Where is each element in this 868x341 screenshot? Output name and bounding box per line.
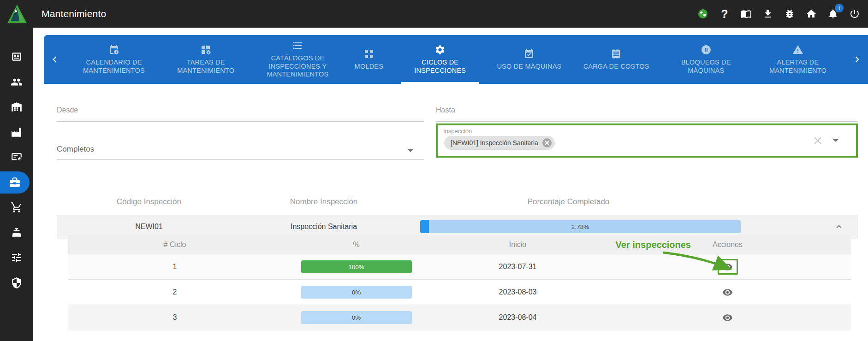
hasta-input[interactable]: Hasta: [436, 102, 858, 122]
sidebar-item-purchases[interactable]: [0, 195, 33, 220]
tab-catalogos[interactable]: CATÁLOGOS DE INSPECCIÓNES Y MANTENIMIENT…: [258, 35, 337, 84]
progress-bar-label: 2.78%: [420, 220, 741, 233]
grid-gear-icon: [200, 44, 211, 55]
chevron-left-icon: [50, 55, 59, 64]
tab-label: CATÁLOGOS DE INSPECCIÓNES Y MANTENIMIENT…: [262, 54, 333, 79]
main-content: CALENDARIO DE MANTENIMIENTOS TAREAS DE M…: [33, 28, 868, 341]
desde-placeholder: Desde: [57, 102, 424, 114]
eye-icon: [722, 287, 733, 298]
hasta-placeholder: Hasta: [436, 102, 858, 114]
completos-select[interactable]: Completos: [57, 141, 424, 160]
power-icon[interactable]: [849, 8, 861, 20]
certificate-icon: [11, 151, 23, 163]
column-header-codigo: Código Inspección: [84, 197, 214, 206]
warehouse-icon: [11, 101, 23, 113]
tab-label: MOLDES: [355, 63, 383, 71]
close-icon: [813, 135, 823, 146]
top-header: Mantenimiento ? 1: [0, 0, 868, 28]
tabs-scroll-right-button[interactable]: [846, 35, 868, 84]
chevron-down-icon[interactable]: [833, 139, 838, 142]
desde-input[interactable]: Desde: [57, 102, 424, 122]
bug-icon[interactable]: [784, 8, 796, 20]
download-icon[interactable]: [762, 8, 774, 20]
users-icon: [11, 76, 23, 88]
globe-icon[interactable]: [697, 8, 709, 20]
shield-icon: [11, 277, 23, 289]
cycle-number: 1: [68, 263, 281, 271]
tab-carga-costos[interactable]: CARGA DE COSTOS: [579, 35, 654, 84]
manual-book-icon[interactable]: [740, 8, 752, 20]
header-actions: ? 1: [697, 8, 868, 20]
cash-register-icon: [11, 227, 23, 239]
sidebar-item-news[interactable]: [0, 44, 33, 70]
view-inspections-button[interactable]: [718, 310, 738, 325]
app-window: Mantenimiento ? 1: [0, 0, 868, 341]
grid-icon: [363, 48, 375, 59]
inspeccion-multiselect[interactable]: Inspección [NEWI01] Inspección Sanitaria: [436, 123, 858, 158]
tab-alertas-mantenimiento[interactable]: ALERTAS DE MANTENIMIENTO: [758, 35, 838, 84]
cycles-table: # Ciclo % Inicio Acciones 1 100% 2023-07…: [68, 235, 851, 330]
sidebar-item-security[interactable]: [0, 270, 33, 296]
cycle-number: 2: [68, 288, 281, 296]
help-icon[interactable]: ?: [719, 8, 731, 20]
sidebar-item-warehouse[interactable]: [0, 94, 33, 120]
column-header-porcentaje: Porcentaje Completado: [385, 197, 752, 206]
tabs: CALENDARIO DE MANTENIMIENTOS TAREAS DE M…: [66, 35, 846, 84]
notification-badge: 1: [835, 4, 844, 12]
sidebar: [0, 28, 33, 341]
progress-bar: 2.78%: [420, 220, 741, 233]
pause-circle-icon: [701, 44, 712, 55]
cycle-number: 3: [68, 313, 281, 322]
cycle-progress-pill: 100%: [301, 260, 412, 273]
sidebar-item-register[interactable]: [0, 220, 33, 246]
checklist-icon: [292, 40, 303, 51]
clear-selection-button[interactable]: [813, 135, 823, 147]
inspeccion-label: Inspección: [443, 128, 856, 135]
tabs-scroll-left-button[interactable]: [44, 35, 66, 84]
tab-label: CICLOS DE INSPECCIONES: [405, 59, 475, 75]
tab-label: ALERTAS DE MANTENIMIENTO: [763, 59, 833, 75]
cycle-row: 3 0% 2023-08-04: [68, 305, 851, 330]
tab-label: BLOQUEOS DE MÁQUINAS: [671, 59, 741, 75]
tab-uso-maquinas[interactable]: USO DE MÁQUINAS: [492, 35, 566, 84]
sidebar-item-users[interactable]: [0, 70, 33, 95]
cycle-progress-pill: 0%: [301, 286, 412, 299]
tab-label: TAREAS DE MANTENIMIENTO: [171, 59, 241, 75]
tab-label: CARGA DE COSTOS: [583, 63, 649, 71]
tab-calendario-mantenimientos[interactable]: CALENDARIO DE MANTENIMIENTOS: [74, 35, 154, 84]
column-header-nombre: Nombre Inspección: [255, 197, 393, 206]
tab-tareas-mantenimiento[interactable]: TAREAS DE MANTENIMIENTO: [166, 35, 245, 84]
cycle-row: 2 0% 2023-08-03: [68, 280, 851, 305]
sidebar-item-factory[interactable]: [0, 120, 33, 145]
notifications-bell-icon[interactable]: 1: [827, 8, 839, 20]
chevron-up-icon: [834, 222, 844, 231]
inspection-progress: 2.78%: [385, 220, 752, 233]
eye-icon: [722, 312, 733, 323]
view-inspections-button[interactable]: [718, 284, 738, 300]
inspections-table-header: Código Inspección Nombre Inspección Porc…: [57, 197, 858, 216]
chip-remove-button[interactable]: [542, 138, 552, 147]
tab-label: CALENDARIO DE MANTENIMIENTOS: [79, 59, 149, 75]
sidebar-item-settings[interactable]: [0, 245, 33, 270]
column-header-pct: %: [281, 241, 431, 249]
app-logo-icon: [6, 3, 28, 24]
sidebar-item-certificate[interactable]: [0, 145, 33, 170]
cycle-progress-pill: 0%: [301, 311, 412, 324]
news-icon: [11, 51, 23, 63]
sidebar-item-maintenance[interactable]: [0, 170, 33, 195]
warning-triangle-icon: [792, 44, 803, 55]
column-header-ciclo: # Ciclo: [68, 241, 281, 249]
calendar-clock-icon: [108, 44, 119, 55]
tab-ciclos-inspecciones[interactable]: CICLOS DE INSPECCIONES: [400, 35, 480, 84]
home-icon[interactable]: [805, 8, 817, 20]
gear-sync-icon: [434, 44, 446, 55]
tab-bloqueos-maquinas[interactable]: BLOQUEOS DE MÁQUINAS: [666, 35, 746, 84]
sliders-icon: [11, 252, 23, 264]
close-icon: [545, 141, 549, 145]
tab-moldes[interactable]: MOLDES: [350, 35, 388, 84]
module-tabbar: CALENDARIO DE MANTENIMIENTOS TAREAS DE M…: [44, 35, 868, 84]
factory-icon: [11, 126, 23, 138]
tab-label: USO DE MÁQUINAS: [497, 63, 561, 71]
inspeccion-chip: [NEWI01] Inspección Sanitaria: [444, 136, 555, 150]
receipt-icon: [611, 48, 622, 59]
